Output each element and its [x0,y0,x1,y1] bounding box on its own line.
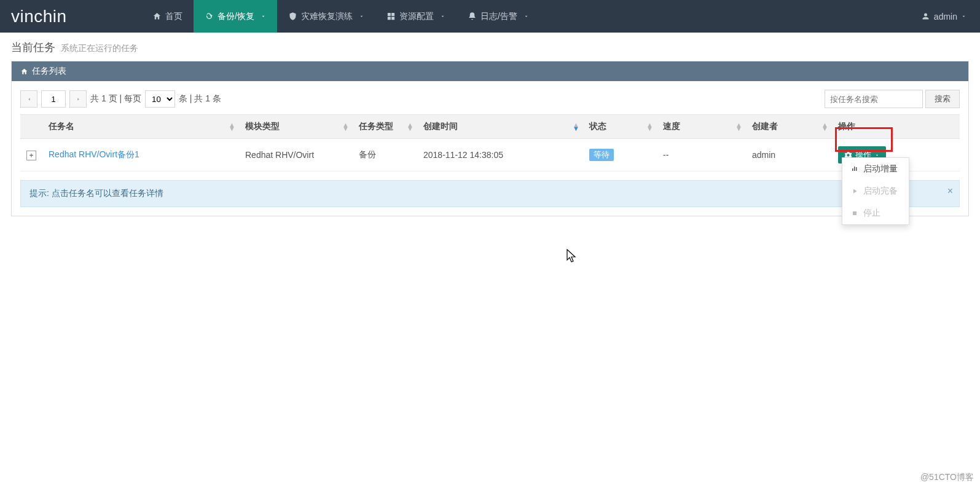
col-expand [20,115,42,139]
page-title: 当前任务 [11,41,55,53]
navbar: vinchin 首页 备份/恢复 灾难恢复演练 [0,0,980,33]
hint-alert: 提示: 点击任务名可以查看任务详情 × [20,180,960,207]
play-icon [851,187,858,195]
nav-items: 首页 备份/恢复 灾难恢复演练 资源配置 [141,0,540,33]
sort-icon: ▲▼ [342,123,349,130]
expand-toggle[interactable]: + [26,151,36,160]
menu-start-full-label: 启动完备 [863,186,898,197]
search-input[interactable] [825,90,923,108]
hint-text: 提示: 点击任务名可以查看任务详情 [29,188,163,198]
menu-start-incremental[interactable]: 启动增量 [842,158,909,180]
col-status[interactable]: 状态 ▲▼ [583,115,657,139]
menu-start-incremental-label: 启动增量 [863,163,898,175]
col-type[interactable]: 任务类型 ▲▼ [353,115,417,139]
stop-icon [851,210,858,217]
bell-icon [468,12,477,21]
nav-dr[interactable]: 灾难恢复演练 [277,0,375,33]
toolbar: 共 1 页 | 每页 10 条 | 共 1 条 搜索 [20,90,960,108]
pager-next-button[interactable] [69,90,87,108]
panel-body: 共 1 页 | 每页 10 条 | 共 1 条 搜索 任务名 ▲▼ [12,81,968,216]
pager-pages-text: 共 1 页 | 每页 [90,93,141,104]
user-name: admin [934,12,957,22]
shield-icon [288,12,297,21]
chevron-down-icon [261,14,266,19]
sort-icon: ▲▼ [407,123,414,130]
cell-speed: -- [657,139,746,171]
user-menu[interactable]: admin [907,0,980,33]
pager-suffix-text: 条 | 共 1 条 [179,93,221,104]
col-op: 操作 [832,115,960,139]
chevron-down-icon [359,14,364,19]
nav-home-label: 首页 [165,11,182,22]
menu-start-full[interactable]: 启动完备 [842,180,909,202]
cell-type: 备份 [353,139,417,171]
nav-resource[interactable]: 资源配置 [375,0,457,33]
nav-backup[interactable]: 备份/恢复 [194,0,277,33]
chevron-down-icon [523,14,529,19]
sort-icon: ▲▼ [735,123,742,130]
searchbox: 搜索 [825,90,960,108]
page-header: 当前任务 系统正在运行的任务 [0,33,980,61]
home-icon [152,12,162,21]
page-subtitle: 系统正在运行的任务 [61,43,138,53]
menu-stop[interactable]: 停止 [842,202,909,224]
sort-icon: ▲▼ [821,123,828,130]
pager-size-select[interactable]: 10 [145,90,175,108]
panel-title: 任务列表 [32,66,66,77]
sort-icon: ▲▼ [646,123,653,130]
task-list-panel: 任务列表 共 1 页 | 每页 10 条 | 共 1 条 搜索 [11,61,969,216]
col-speed[interactable]: 速度 ▲▼ [657,115,746,139]
grid-icon [386,12,396,21]
nav-resource-label: 资源配置 [399,11,434,22]
nav-log[interactable]: 日志/告警 [457,0,540,33]
pager-prev-button[interactable] [20,90,37,108]
nav-home[interactable]: 首页 [141,0,194,33]
close-icon[interactable]: × [947,186,953,197]
col-creator[interactable]: 创建者 ▲▼ [746,115,832,139]
pager-page-input[interactable] [41,90,66,108]
panel-header: 任务列表 [12,61,968,81]
nav-log-label: 日志/告警 [480,11,517,22]
cursor-icon [566,249,578,264]
cell-created: 2018-11-12 14:38:05 [417,139,583,171]
cell-creator: admin [746,139,832,171]
operation-dropdown: 启动增量 启动完备 停止 [842,157,909,225]
user-icon [921,12,930,21]
watermark: @51CTO博客 [920,472,974,483]
sort-icon: ▲▼ [229,123,235,130]
brand-text: vinchin [11,7,67,26]
chevron-down-icon [440,14,445,19]
col-module[interactable]: 模块类型 ▲▼ [239,115,353,139]
search-button[interactable]: 搜索 [925,90,960,108]
tasks-table: 任务名 ▲▼ 模块类型 ▲▼ 任务类型 ▲▼ 创建时间 ▲▼ [20,114,960,171]
nav-dr-label: 灾难恢复演练 [301,11,353,22]
home-small-icon [20,68,28,76]
brand-logo: vinchin [0,0,141,33]
task-name-link[interactable]: Redhat RHV/Ovirt备份1 [49,149,139,159]
status-badge: 等待 [589,149,614,161]
cell-module: Redhat RHV/Ovirt [239,139,353,171]
col-name[interactable]: 任务名 ▲▼ [42,115,239,139]
refresh-icon [205,12,214,21]
table-row: + Redhat RHV/Ovirt备份1 Redhat RHV/Ovirt 备… [20,139,960,171]
nav-backup-label: 备份/恢复 [218,11,254,22]
pager: 共 1 页 | 每页 10 条 | 共 1 条 [20,90,221,108]
menu-stop-label: 停止 [863,208,880,219]
chevron-down-icon [961,14,966,19]
bars-icon [851,165,858,173]
sort-icon: ▲▼ [573,123,579,130]
col-created[interactable]: 创建时间 ▲▼ [417,115,583,139]
